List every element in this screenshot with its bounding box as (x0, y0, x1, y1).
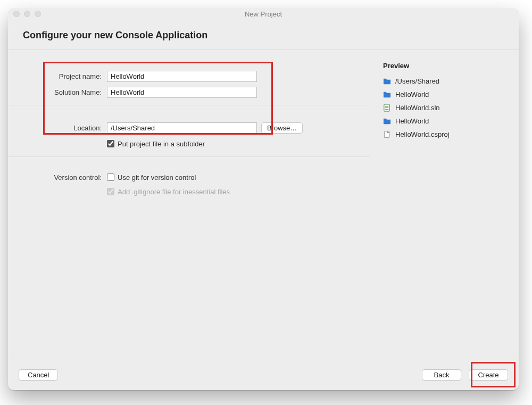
form-pane: Project name: Solution Name: Location: B… (8, 50, 370, 359)
preview-title: Preview (383, 62, 508, 70)
row-project-name: Project name: (8, 68, 370, 84)
page-title: Configure your new Console Application (23, 30, 504, 41)
use-git-checkbox[interactable] (107, 173, 114, 181)
subfolder-option[interactable]: Put project file in a subfolder (107, 140, 205, 148)
body: Project name: Solution Name: Location: B… (8, 49, 519, 359)
preview-item-label: HelloWorld (395, 90, 429, 98)
back-button[interactable]: Back (422, 369, 461, 381)
divider (8, 105, 370, 105)
preview-item-label: HelloWorld.sln (395, 104, 440, 112)
location-input[interactable] (107, 122, 257, 134)
project-name-label: Project name: (8, 72, 107, 80)
preview-pane: Preview /Users/Shared HelloWorld (370, 50, 519, 359)
row-subfolder: Put project file in a subfolder (8, 136, 370, 152)
preview-item: HelloWorld.sln (383, 104, 508, 112)
subfolder-checkbox[interactable] (107, 140, 114, 147)
project-name-input[interactable] (107, 71, 257, 82)
browse-button[interactable]: Browse… (261, 122, 303, 134)
row-gitignore: Add .gitignore file for inessential file… (8, 185, 370, 198)
gitignore-option: Add .gitignore file for inessential file… (107, 188, 230, 196)
header: Configure your new Console Application (8, 20, 519, 49)
new-project-window: New Project Configure your new Console A… (8, 8, 519, 390)
preview-item-label: HelloWorld.csproj (395, 130, 450, 138)
csproj-file-icon (383, 130, 391, 138)
row-version-control: Version control: Use git for version con… (8, 169, 370, 185)
use-git-option[interactable]: Use git for version control (107, 173, 196, 181)
version-control-label: Version control: (8, 173, 107, 181)
gitignore-checkbox (107, 188, 114, 195)
window-title: New Project (8, 10, 519, 18)
create-button[interactable]: Create (469, 369, 508, 381)
divider (8, 156, 370, 157)
solution-name-input[interactable] (107, 87, 257, 98)
preview-list: /Users/Shared HelloWorld HelloW (383, 77, 508, 138)
use-git-label: Use git for version control (118, 173, 196, 181)
titlebar: New Project (8, 8, 519, 20)
subfolder-label: Put project file in a subfolder (118, 140, 205, 148)
location-label: Location: (8, 124, 107, 132)
folder-icon (383, 77, 391, 85)
preview-item: HelloWorld.csproj (383, 130, 508, 138)
row-solution-name: Solution Name: (8, 84, 370, 100)
sln-file-icon (383, 104, 391, 112)
preview-item: HelloWorld (383, 90, 508, 98)
cancel-button[interactable]: Cancel (19, 369, 58, 381)
folder-icon (383, 117, 391, 125)
preview-item-label: HelloWorld (395, 117, 429, 125)
row-location: Location: Browse… (8, 120, 370, 136)
preview-item: HelloWorld (383, 117, 508, 125)
footer: Cancel Back Create (8, 359, 519, 390)
folder-icon (383, 90, 391, 98)
preview-item-label: /Users/Shared (395, 77, 439, 85)
solution-name-label: Solution Name: (8, 88, 107, 96)
preview-item: /Users/Shared (383, 77, 508, 85)
gitignore-label: Add .gitignore file for inessential file… (118, 188, 230, 196)
